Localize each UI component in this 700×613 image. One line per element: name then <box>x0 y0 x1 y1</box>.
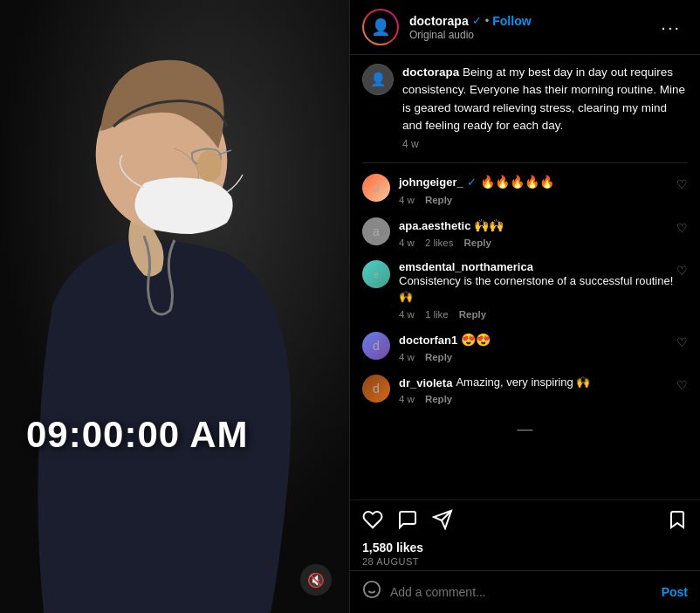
like-comment-button[interactable]: ♡ <box>676 221 688 235</box>
comment-time: 4 w <box>399 352 415 362</box>
like-comment-button[interactable]: ♡ <box>676 335 688 349</box>
divider <box>362 162 688 163</box>
caption-username[interactable]: doctorapa <box>402 65 459 79</box>
more-options-button[interactable]: ··· <box>654 14 688 41</box>
comment-item: a apa.aesthetic 🙌🙌 4 w 2 likes Reply ♡ <box>362 217 688 249</box>
caption-block: 👤 doctorapa Being at my best day in day … <box>362 64 688 150</box>
comment-meta: 4 w 1 like Reply <box>399 309 688 320</box>
add-comment-bar: Post <box>350 570 700 613</box>
commenter-avatar[interactable]: a <box>362 217 390 245</box>
reply-button[interactable]: Reply <box>425 195 452 205</box>
comment-item: d doctorfan1 😍😍 4 w Reply ♡ <box>362 332 688 363</box>
header-info: doctorapa ✓ • Follow Original audio <box>409 14 654 41</box>
reply-button[interactable]: Reply <box>459 309 486 320</box>
comment-meta: 4 w Reply <box>399 394 688 404</box>
post-author-avatar[interactable]: 👤 <box>362 9 399 45</box>
actions-bar: 1,580 likes 28 AUGUST <box>350 499 700 570</box>
follow-button[interactable]: Follow <box>492 14 531 28</box>
share-button[interactable] <box>432 509 453 535</box>
comment-likes: 1 like <box>425 309 449 320</box>
comment-body: johngeiger_ ✓ 🔥🔥🔥🔥🔥 4 w Reply <box>399 174 688 205</box>
comment-meta: 4 w 2 likes Reply <box>399 238 688 248</box>
commenter-avatar[interactable]: d <box>362 332 390 360</box>
avatar-icon: 👤 <box>371 17 390 37</box>
likes-count: 1,580 likes <box>362 541 688 554</box>
reply-button[interactable]: Reply <box>425 394 452 404</box>
comment-text: 😍😍 <box>461 332 491 349</box>
comment-item: d dr_violeta Amazing, very inspiring 🙌 4… <box>362 375 688 404</box>
comment-body: emsdental_northamerica Consistency is th… <box>399 260 688 319</box>
comment-header-row: doctorfan1 😍😍 <box>399 332 688 349</box>
reply-button[interactable]: Reply <box>425 352 452 362</box>
comment-username[interactable]: johngeiger_ <box>399 176 463 189</box>
commenter-avatar[interactable]: d <box>362 375 390 403</box>
comment-button[interactable] <box>397 509 418 535</box>
video-panel: 09:00:00 AM 🔇 <box>0 0 349 613</box>
comments-area: 👤 doctorapa Being at my best day in day … <box>350 55 700 499</box>
comment-text: Amazing, very inspiring 🙌 <box>456 375 590 390</box>
comment-username[interactable]: apa.aesthetic <box>399 219 470 232</box>
caption-text: doctorapa Being at my best day in day ou… <box>402 65 685 132</box>
comment-body: doctorfan1 😍😍 4 w Reply <box>399 332 688 363</box>
timestamp-text: 09:00:00 AM <box>26 414 249 455</box>
comment-input[interactable] <box>390 585 662 599</box>
commenter-avatar[interactable]: e <box>362 260 390 288</box>
mute-button[interactable]: 🔇 <box>300 564 332 596</box>
comment-time: 4 w <box>399 195 415 205</box>
heart-icon <box>362 509 383 530</box>
comment-username[interactable]: emsdental_northamerica <box>399 260 533 273</box>
comment-item: e emsdental_northamerica Consistency is … <box>362 260 688 319</box>
comment-header-row: emsdental_northamerica <box>399 260 688 273</box>
smiley-icon <box>362 580 381 599</box>
commenter-verified: ✓ <box>467 176 477 189</box>
comment-item: J johngeiger_ ✓ 🔥🔥🔥🔥🔥 4 w Reply ♡ <box>362 174 688 205</box>
comment-header-row: johngeiger_ ✓ 🔥🔥🔥🔥🔥 <box>399 174 688 191</box>
comment-text: Consistency is the cornerstone of a succ… <box>399 273 688 305</box>
verified-badge: ✓ <box>472 14 482 27</box>
caption-content: doctorapa Being at my best day in day ou… <box>402 64 688 150</box>
share-icon <box>432 509 453 530</box>
timestamp-overlay: 09:00:00 AM <box>26 414 249 456</box>
comment-time: 4 w <box>399 238 415 248</box>
comment-icon <box>397 509 418 530</box>
commenter-avatar[interactable]: J <box>362 174 390 202</box>
post-author-username[interactable]: doctorapa <box>409 14 469 28</box>
mute-icon: 🔇 <box>307 572 325 589</box>
comment-likes: 2 likes <box>425 238 454 248</box>
video-background <box>0 0 349 613</box>
like-comment-button[interactable]: ♡ <box>676 177 688 191</box>
reply-button[interactable]: Reply <box>464 238 491 248</box>
comment-time: 4 w <box>399 394 415 404</box>
comment-header-row: apa.aesthetic 🙌🙌 <box>399 217 688 235</box>
like-comment-button[interactable]: ♡ <box>676 378 688 392</box>
comment-header-row: dr_violeta Amazing, very inspiring 🙌 <box>399 375 688 390</box>
bookmark-button[interactable] <box>667 509 688 535</box>
comment-body: dr_violeta Amazing, very inspiring 🙌 4 w… <box>399 375 688 404</box>
svg-point-7 <box>364 582 380 597</box>
like-button[interactable] <box>362 509 383 535</box>
person-silhouette <box>0 0 349 613</box>
bookmark-icon <box>667 509 688 530</box>
comment-meta: 4 w Reply <box>399 195 688 205</box>
comment-time: 4 w <box>399 309 415 320</box>
comment-username[interactable]: dr_violeta <box>399 376 452 389</box>
comment-meta: 4 w Reply <box>399 352 688 362</box>
caption-author-avatar[interactable]: 👤 <box>362 64 394 95</box>
username-row: doctorapa ✓ • Follow <box>409 14 654 28</box>
svg-point-4 <box>197 150 222 182</box>
post-header: 👤 doctorapa ✓ • Follow Original audio ··… <box>350 0 700 55</box>
comment-body: apa.aesthetic 🙌🙌 4 w 2 likes Reply <box>399 217 688 249</box>
post-comment-button[interactable]: Post <box>662 585 688 599</box>
more-comments-indicator: — <box>362 417 688 442</box>
comment-username[interactable]: doctorfan1 <box>399 334 457 347</box>
like-comment-button[interactable]: ♡ <box>676 264 688 278</box>
post-date: 28 AUGUST <box>362 556 688 567</box>
audio-label[interactable]: Original audio <box>409 29 654 41</box>
comment-text: 🙌🙌 <box>474 217 504 235</box>
separator-dot: • <box>485 14 490 27</box>
caption-time: 4 w <box>402 138 688 150</box>
right-panel: 👤 doctorapa ✓ • Follow Original audio ··… <box>349 0 700 613</box>
action-icons-row <box>362 509 688 535</box>
emoji-picker-button[interactable] <box>362 580 381 604</box>
comment-text: 🔥🔥🔥🔥🔥 <box>480 174 554 191</box>
